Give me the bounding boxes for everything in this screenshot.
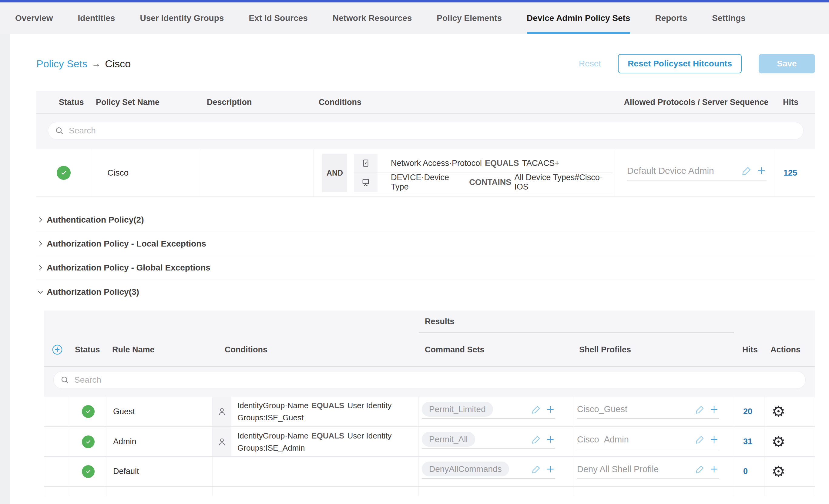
command-set-field[interactable]: Permit_All — [422, 435, 555, 449]
section-authorization-policy[interactable]: Authorization Policy(3) — [36, 280, 815, 304]
column-header-hits: Hits — [776, 98, 815, 107]
gear-icon[interactable]: ⚙ — [772, 404, 785, 419]
rule-name[interactable]: Admin — [106, 427, 213, 456]
section-label: Authorization Policy(3) — [47, 287, 139, 297]
tab-identities[interactable]: Identities — [78, 2, 115, 34]
authorization-rule-row-guest[interactable]: Guest IdentityGroup·NameEQUALSUser Ident… — [44, 397, 815, 426]
edit-command-set-icon[interactable] — [532, 404, 541, 414]
column-header-status: Status — [70, 345, 106, 355]
tab-network-resources[interactable]: Network Resources — [333, 2, 412, 34]
column-header-status: Status — [36, 98, 91, 107]
reset-policyset-hitcounts-button[interactable]: Reset Policyset Hitcounts — [618, 54, 742, 73]
edit-shell-profile-icon[interactable] — [695, 435, 705, 444]
chevron-right-icon — [36, 264, 44, 272]
chevron-down-icon — [36, 288, 44, 296]
column-header-description: Description — [200, 98, 314, 107]
condition-value: All Device Types#Cisco-IOS — [514, 173, 613, 192]
add-shell-profile-icon[interactable] — [709, 464, 719, 474]
command-set-value: Permit_All — [422, 432, 475, 447]
shell-profile-field[interactable]: Cisco_Guest — [577, 404, 719, 419]
add-command-set-icon[interactable] — [545, 435, 555, 444]
rule-search-input[interactable] — [74, 375, 799, 385]
next-row-sliver — [44, 486, 815, 496]
rule-condition[interactable]: IdentityGroup·NameEQUALSUser Identity Gr… — [238, 427, 413, 456]
identity-group-icon — [213, 427, 231, 456]
rule-condition[interactable]: IdentityGroup·NameEQUALSUser Identity Gr… — [238, 397, 413, 426]
policy-search[interactable] — [48, 122, 803, 140]
breadcrumb-policy-sets-link[interactable]: Policy Sets — [36, 58, 87, 70]
gear-icon[interactable]: ⚙ — [772, 434, 785, 449]
section-authorization-local-exceptions[interactable]: Authorization Policy - Local Exceptions — [36, 232, 815, 256]
rule-hits[interactable]: 0 — [743, 467, 748, 476]
column-header-conditions: Conditions — [213, 345, 419, 355]
reset-link[interactable]: Reset — [579, 59, 601, 69]
policy-search-input[interactable] — [69, 126, 797, 136]
save-button[interactable]: Save — [759, 54, 815, 73]
command-set-field[interactable]: Permit_Limited — [422, 404, 555, 419]
add-command-set-icon[interactable] — [545, 404, 555, 414]
add-shell-profile-icon[interactable] — [709, 404, 719, 414]
authorization-rule-row-admin[interactable]: Admin IdentityGroup·NameEQUALSUser Ident… — [44, 426, 815, 456]
authorization-table-header: Status Rule Name Conditions Command Sets… — [44, 333, 815, 367]
rule-search[interactable] — [53, 371, 806, 389]
tab-ext-id-sources[interactable]: Ext Id Sources — [249, 2, 308, 34]
gear-icon[interactable]: ⚙ — [772, 464, 785, 479]
command-set-value: Permit_Limited — [422, 402, 493, 417]
breadcrumb-arrow-icon: → — [92, 59, 101, 69]
condition-attribute: Network Access·Protocol — [391, 158, 482, 168]
rule-hits[interactable]: 31 — [743, 437, 752, 446]
policy-set-row[interactable]: Cisco AND Network Access·ProtocolEQUALST… — [36, 149, 815, 197]
add-rule-button[interactable] — [52, 344, 63, 355]
edit-allowed-protocols-icon[interactable] — [742, 166, 752, 176]
header-actions: Reset Reset Policyset Hitcounts Save — [579, 54, 815, 73]
section-label: Authorization Policy - Local Exceptions — [47, 239, 206, 249]
shell-profile-field[interactable]: Cisco_Admin — [577, 435, 719, 449]
policy-set-name[interactable]: Cisco — [91, 149, 200, 196]
section-authentication-policy[interactable]: Authentication Policy(2) — [36, 208, 815, 232]
command-set-field[interactable]: DenyAllCommands — [422, 464, 555, 478]
condition-row[interactable]: Network Access·ProtocolEQUALSTACACS+ — [354, 154, 613, 173]
condition-row[interactable]: DEVICE·Device TypeCONTAINSAll Device Typ… — [354, 173, 613, 192]
breadcrumb: Policy Sets → Cisco — [36, 58, 131, 70]
policy-set-hits[interactable]: 125 — [784, 168, 797, 178]
rule-condition-empty — [213, 457, 419, 486]
allowed-protocols-field[interactable]: Default Device Admin — [627, 166, 766, 180]
section-label: Authentication Policy(2) — [47, 215, 144, 225]
tab-device-admin-policy-sets[interactable]: Device Admin Policy Sets — [527, 2, 630, 34]
tab-overview[interactable]: Overview — [15, 2, 53, 34]
policy-set-conditions: AND Network Access·ProtocolEQUALSTACACS+… — [314, 149, 616, 196]
edit-shell-profile-icon[interactable] — [695, 404, 705, 414]
rule-name[interactable]: Default — [106, 457, 213, 486]
identity-group-icon — [213, 397, 231, 426]
column-header-actions: Actions — [764, 345, 815, 355]
add-allowed-protocols-icon[interactable] — [756, 166, 766, 176]
rule-hits[interactable]: 20 — [743, 407, 752, 417]
column-header-shell-profiles: Shell Profiles — [573, 345, 734, 355]
status-enabled-icon — [57, 166, 71, 180]
section-authorization-global-exceptions[interactable]: Authorization Policy - Global Exceptions — [36, 256, 815, 280]
edit-shell-profile-icon[interactable] — [695, 464, 705, 474]
tab-user-identity-groups[interactable]: User Identity Groups — [140, 2, 224, 34]
tab-settings[interactable]: Settings — [712, 2, 745, 34]
condition-list: Network Access·ProtocolEQUALSTACACS+ DEV… — [354, 154, 613, 192]
allowed-protocols-value: Default Device Admin — [627, 166, 737, 176]
tab-policy-elements[interactable]: Policy Elements — [437, 2, 502, 34]
add-shell-profile-icon[interactable] — [709, 435, 719, 444]
condition-attribute: DEVICE·Device Type — [391, 173, 466, 192]
rule-search-row — [44, 367, 815, 397]
shell-profile-field[interactable]: Deny All Shell Profile — [577, 464, 719, 479]
edit-command-set-icon[interactable] — [532, 464, 541, 474]
policy-sections: Authentication Policy(2) Authorization P… — [36, 208, 815, 304]
rule-name[interactable]: Guest — [106, 397, 213, 426]
tab-reports[interactable]: Reports — [655, 2, 687, 34]
page-header: Policy Sets → Cisco Reset Reset Policyse… — [36, 34, 815, 73]
authorization-rule-row-default[interactable]: Default DenyAllCommands Deny All Shell P… — [44, 456, 815, 486]
breadcrumb-current: Cisco — [105, 58, 131, 70]
device-condition-icon — [354, 173, 377, 192]
policy-search-row — [36, 114, 815, 149]
edit-command-set-icon[interactable] — [532, 435, 541, 444]
chevron-right-icon — [36, 240, 44, 248]
condition-value: TACACS+ — [522, 158, 560, 168]
add-command-set-icon[interactable] — [545, 464, 555, 474]
and-operator-badge: AND — [322, 154, 347, 192]
